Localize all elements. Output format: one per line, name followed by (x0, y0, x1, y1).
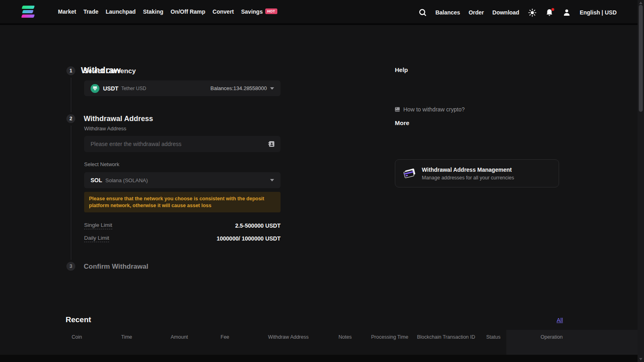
vertical-scrollbar[interactable] (638, 0, 644, 362)
single-limit-label[interactable]: Single Limit (84, 222, 112, 229)
notifications-bell-icon[interactable] (545, 8, 554, 17)
chevron-down-icon (270, 87, 274, 90)
col-notes: Notes (339, 334, 352, 340)
network-warning-banner: Please ensure that the network you choos… (84, 192, 281, 212)
select-network-label: Select Network (84, 161, 119, 167)
coin-code: USDT (103, 85, 118, 92)
scrollbar-down-arrow[interactable] (639, 358, 642, 360)
order-link[interactable]: Order (469, 9, 484, 16)
step-2-number: 2 (70, 116, 72, 121)
nav-launchpad[interactable]: Launchpad (106, 8, 136, 15)
coin-name: Tether USD (121, 86, 146, 91)
nav-trade[interactable]: Trade (83, 8, 98, 15)
withdrawal-address-title: Withdrawal Address (84, 115, 153, 123)
col-time: Time (121, 334, 132, 340)
network-selector[interactable]: SOL Solana (SOLANA) (84, 172, 281, 188)
col-coin: Coin (72, 334, 82, 340)
coin-balance: Balances:134.28558000 (211, 85, 267, 91)
daily-limit-row: Daily Limit 1000000/ 1000000 USDT (84, 235, 281, 242)
network-code: SOL (91, 177, 102, 183)
col-processing-time: Processing Time (371, 334, 408, 340)
step-3-badge: 3 (66, 262, 75, 271)
step-2-badge: 2 (66, 114, 75, 123)
address-management-title: Withdrawal Address Management (422, 167, 514, 173)
book-icon (395, 107, 400, 112)
usdt-coin-icon (91, 84, 99, 93)
nav-staking[interactable]: Staking (143, 8, 163, 15)
brand-logo[interactable] (20, 5, 35, 19)
step-connector-2 (71, 125, 71, 260)
col-status: Status (486, 334, 500, 340)
currency-selector[interactable]: USDT Tether USD Balances:134.28558000 (84, 80, 281, 96)
address-management-card[interactable]: Withdrawal Address Management Manage add… (395, 159, 559, 187)
withdraw-address-field (84, 136, 281, 152)
hot-badge: HOT (265, 8, 277, 14)
how-to-withdraw-label: How to withdraw crypto? (403, 106, 465, 113)
help-section-title: Help (395, 66, 408, 73)
theme-toggle-sun-icon[interactable] (528, 8, 537, 17)
search-icon[interactable] (418, 8, 427, 17)
notification-dot (551, 8, 554, 11)
step-1-number: 1 (70, 68, 72, 74)
nav-savings-label: Savings (241, 8, 263, 15)
select-currency-title: Select Currency (84, 67, 136, 75)
confirm-withdrawal-title: Confirm Withdrawal (84, 263, 148, 271)
operation-sticky-column: Operation (506, 330, 638, 355)
scrollbar-thumb[interactable] (639, 5, 643, 112)
balances-link[interactable]: Balances (436, 9, 460, 16)
single-limit-value: 2.5-500000 USDT (235, 222, 281, 229)
col-fee: Fee (221, 334, 229, 340)
nav-onoff-ramp[interactable]: On/Off Ramp (171, 8, 205, 15)
col-withdraw-address: Withdraw Address (268, 334, 309, 340)
withdraw-address-label: Withdraw Address (84, 125, 126, 132)
col-blockchain-txid: Blockchain Transaction ID (417, 334, 475, 340)
step-1-badge: 1 (66, 66, 75, 75)
daily-limit-label[interactable]: Daily Limit (84, 235, 109, 242)
nav-convert[interactable]: Convert (213, 8, 234, 15)
col-operation: Operation (541, 334, 563, 340)
nav-savings[interactable]: Savings HOT (241, 8, 277, 15)
step-connector-1 (71, 78, 71, 112)
recent-all-link[interactable]: All (557, 317, 563, 323)
chevron-down-icon (270, 179, 274, 181)
withdraw-page: ← Withdraw 1 Select Currency USDT Tether… (0, 27, 644, 355)
scrollbar-up-arrow[interactable] (639, 2, 642, 4)
step-3-number: 3 (70, 263, 72, 269)
page-bottom-band (0, 355, 644, 362)
address-management-subtitle: Manage addresses for all your currencies (422, 175, 514, 181)
top-navbar: Market Trade Launchpad Staking On/Off Ra… (0, 0, 644, 25)
user-account-icon[interactable] (562, 8, 571, 17)
address-book-icon[interactable] (268, 140, 275, 148)
nav-market[interactable]: Market (58, 8, 76, 15)
download-link[interactable]: Download (492, 9, 519, 16)
header-right-cluster: Balances Order Download English | USD (418, 0, 617, 25)
language-currency-selector[interactable]: English | USD (580, 9, 617, 16)
network-name: Solana (SOLANA) (105, 177, 148, 183)
col-amount: Amount (171, 334, 188, 340)
main-nav: Market Trade Launchpad Staking On/Off Ra… (58, 8, 277, 15)
how-to-withdraw-link[interactable]: How to withdraw crypto? (395, 106, 465, 113)
more-section-title: More (395, 119, 409, 126)
daily-limit-value: 1000000/ 1000000 USDT (217, 235, 281, 242)
address-card-icon (402, 167, 416, 180)
withdraw-address-input[interactable] (91, 141, 268, 147)
single-limit-row: Single Limit 2.5-500000 USDT (84, 222, 281, 229)
recent-section-title: Recent (66, 315, 91, 324)
